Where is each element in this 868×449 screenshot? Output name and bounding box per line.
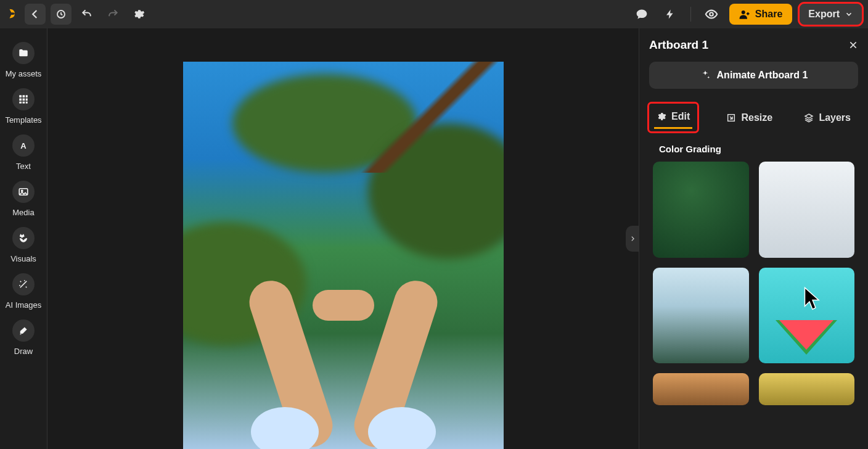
animate-artboard-button[interactable]: Animate Artboard 1	[649, 62, 858, 89]
svg-rect-6	[19, 99, 22, 101]
back-button[interactable]	[25, 4, 46, 25]
folder-icon	[12, 42, 35, 64]
share-button[interactable]: Share	[729, 4, 792, 25]
chevron-down-icon	[845, 10, 853, 19]
svg-rect-7	[23, 99, 25, 101]
svg-point-13	[22, 190, 23, 191]
color-grading-grid	[645, 162, 862, 413]
spa-icon	[12, 227, 35, 249]
svg-point-2	[742, 10, 745, 14]
svg-rect-9	[19, 102, 22, 104]
tab-resize[interactable]: Resize	[724, 107, 775, 128]
settings-button[interactable]	[128, 4, 149, 25]
sidebar-item-templates[interactable]: Templates	[0, 88, 47, 125]
edit-tab-highlight: Edit	[649, 104, 697, 131]
sidebar-label: My assets	[6, 69, 42, 78]
svg-point-1	[710, 12, 713, 16]
sidebar-item-text[interactable]: A Text	[0, 134, 47, 171]
app-logo-icon	[6, 7, 20, 21]
sidebar-item-my-assets[interactable]: My assets	[0, 42, 47, 78]
section-title-color-grading: Color Grading	[645, 131, 862, 162]
undo-button[interactable]	[76, 4, 97, 25]
sidebar-label: Templates	[5, 115, 41, 125]
animate-label: Animate Artboard 1	[717, 70, 808, 81]
topbar-right: Share Export	[631, 4, 862, 25]
svg-rect-5	[26, 95, 28, 97]
share-label: Share	[755, 9, 782, 20]
artboard-image[interactable]	[183, 62, 504, 449]
svg-rect-10	[23, 102, 25, 104]
panel-collapse-toggle[interactable]	[626, 226, 639, 252]
sidebar-label: Media	[12, 208, 34, 217]
panel-tabs: Edit Resize Layers	[645, 100, 862, 131]
tab-layers[interactable]: Layers	[801, 107, 853, 128]
brush-icon	[12, 319, 35, 342]
svg-rect-4	[23, 95, 25, 97]
tab-edit[interactable]: Edit	[654, 106, 692, 129]
user-plus-icon	[739, 9, 750, 20]
cursor-icon	[803, 286, 822, 311]
export-button[interactable]: Export	[800, 4, 862, 25]
sidebar-item-media[interactable]: Media	[0, 181, 47, 217]
panel-header: Artboard 1	[645, 38, 862, 62]
svg-rect-8	[26, 99, 28, 101]
color-grade-preset-4[interactable]	[759, 268, 855, 364]
topbar-left	[6, 4, 149, 25]
color-grade-preset-2[interactable]	[759, 162, 855, 258]
watermelon-graphic	[776, 320, 837, 355]
right-panel: Artboard 1 Animate Artboard 1 Edit Resiz…	[639, 28, 868, 449]
color-grade-preset-1[interactable]	[653, 162, 749, 258]
text-icon: A	[12, 134, 35, 157]
sidebar-label: Draw	[14, 347, 33, 356]
sidebar-label: Text	[16, 162, 31, 171]
close-panel-button[interactable]	[848, 40, 858, 50]
sparkle-icon	[700, 70, 711, 81]
topbar-divider	[690, 7, 691, 22]
svg-rect-11	[26, 102, 28, 104]
history-button[interactable]	[51, 4, 72, 25]
svg-rect-3	[19, 95, 22, 97]
canvas-area[interactable]	[47, 28, 639, 449]
top-bar: Share Export	[0, 0, 868, 28]
image-icon	[12, 181, 35, 203]
tab-edit-label: Edit	[671, 111, 690, 122]
sidebar-label: Visuals	[10, 254, 36, 263]
preview-button[interactable]	[701, 4, 722, 25]
layers-icon	[804, 113, 814, 123]
tab-resize-label: Resize	[741, 112, 772, 123]
redo-button[interactable]	[102, 4, 123, 25]
panel-title: Artboard 1	[649, 38, 708, 52]
export-label: Export	[808, 9, 840, 20]
sidebar-item-draw[interactable]: Draw	[0, 319, 47, 356]
wand-icon	[12, 273, 35, 295]
gear-icon	[657, 112, 666, 122]
color-grade-preset-5[interactable]	[653, 373, 749, 405]
sidebar-label: AI Images	[6, 300, 42, 310]
sidebar-item-ai-images[interactable]: AI Images	[0, 273, 47, 310]
resize-icon	[726, 113, 736, 123]
left-toolbar: My assets Templates A Text Media Visuals…	[0, 28, 47, 449]
tab-layers-label: Layers	[819, 112, 851, 123]
color-grade-preset-3[interactable]	[653, 268, 749, 364]
color-grade-preset-6[interactable]	[759, 373, 855, 405]
bolt-button[interactable]	[660, 4, 681, 25]
comment-button[interactable]	[631, 4, 652, 25]
sidebar-item-visuals[interactable]: Visuals	[0, 227, 47, 263]
grid-icon	[12, 88, 35, 110]
